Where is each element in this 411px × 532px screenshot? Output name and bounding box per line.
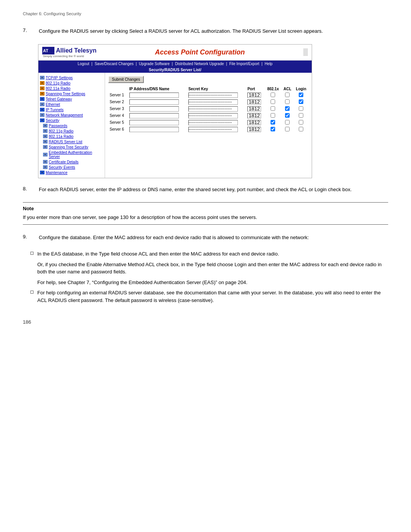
nav-upgrade[interactable]: Upgrade Software (139, 62, 170, 66)
server-ip-cell-2[interactable] (128, 99, 187, 105)
server-login-cell-1[interactable] (293, 92, 309, 99)
sidebar-link-sec-80211a[interactable]: 802.11a Radio (49, 134, 73, 139)
server-secret-cell-5[interactable] (187, 119, 246, 126)
server-acl-cell-1[interactable] (281, 92, 293, 99)
sidebar-link-eas[interactable]: Embedded Authentication Server (49, 150, 103, 159)
server-secret-cell-1[interactable] (187, 92, 246, 99)
server-port-input-4[interactable] (247, 113, 261, 118)
sidebar-link-netmgmt[interactable]: Network Management (46, 113, 83, 117)
server-acl-checkbox-6[interactable] (285, 127, 290, 131)
server-port-cell-5[interactable] (246, 119, 265, 126)
server-acl-checkbox-4[interactable] (285, 113, 290, 118)
sidebar-item-iptunnels[interactable]: ▪ IP Tunnels (40, 107, 103, 112)
server-port-input-1[interactable] (247, 93, 261, 98)
sidebar-item-80211a[interactable]: ▪ 802.11a Radio (40, 86, 103, 91)
scrollbar[interactable] (303, 48, 308, 56)
server-login-checkbox-1[interactable] (299, 93, 303, 97)
sidebar-link-security-events[interactable]: Security Events (49, 165, 75, 169)
server-dot1x-checkbox-3[interactable] (271, 106, 275, 111)
sidebar-link-radius-server-list[interactable]: RADIUS Server List (49, 140, 82, 144)
server-port-cell-1[interactable] (246, 92, 265, 99)
nav-file[interactable]: File Import/Export (229, 62, 259, 66)
server-login-checkbox-4[interactable] (299, 113, 303, 118)
nav-dist-upgrade[interactable]: Distributed Network Upgrade (175, 62, 224, 66)
sidebar-item-ethernet[interactable]: ▪ Ethernet (40, 102, 103, 107)
server-secret-input-3[interactable] (188, 106, 238, 112)
sidebar-item-tcpip[interactable]: ▪ TCP/IP Settings (40, 75, 103, 80)
server-ip-input-2[interactable] (129, 99, 179, 105)
sidebar-item-80211g[interactable]: ▪ 802.11g Radio (40, 81, 103, 86)
server-secret-cell-6[interactable] (187, 126, 246, 133)
server-port-cell-4[interactable] (246, 112, 265, 119)
server-ip-cell-4[interactable] (128, 112, 187, 119)
server-login-cell-4[interactable] (293, 112, 309, 119)
server-secret-input-4[interactable] (188, 113, 238, 118)
sidebar-link-iptunnels[interactable]: IP Tunnels (46, 108, 64, 112)
sidebar-link-spanning-tree-settings[interactable]: Spanning Tree Settings (46, 92, 85, 96)
sidebar-item-spanning-tree-security[interactable]: ▪ Spanning Tree Security (43, 145, 103, 150)
sidebar-item-cert-details[interactable]: ▪ Certificate Details (43, 160, 103, 165)
nav-logout[interactable]: Logout (78, 62, 89, 66)
server-dot1x-cell-2[interactable] (265, 99, 281, 105)
sidebar-link-sec-80211g[interactable]: 802.11g Radio (49, 129, 73, 133)
server-login-checkbox-6[interactable] (299, 127, 303, 131)
server-dot1x-checkbox-1[interactable] (271, 93, 275, 97)
server-login-checkbox-2[interactable] (299, 99, 303, 104)
sidebar-link-maintenance[interactable]: Maintenance (46, 171, 67, 175)
sidebar-item-radius-server-list[interactable]: ▪ RADIUS Server List (43, 139, 103, 144)
server-acl-checkbox-5[interactable] (285, 120, 290, 125)
sidebar-item-eas[interactable]: ▪ Embedded Authentication Server (43, 150, 103, 159)
sidebar-link-cert-details[interactable]: Certificate Details (49, 160, 78, 164)
sidebar-link-ethernet[interactable]: Ethernet (46, 102, 60, 107)
sidebar-item-sec-80211a[interactable]: ▪ 802.11a Radio (43, 134, 103, 139)
server-ip-cell-5[interactable] (128, 119, 187, 126)
server-acl-checkbox-1[interactable] (285, 93, 290, 97)
server-dot1x-cell-4[interactable] (265, 112, 281, 119)
sidebar-link-telnet[interactable]: Telnet Gateway (46, 97, 72, 101)
sidebar-item-telnet[interactable]: ▪ Telnet Gateway (40, 97, 103, 102)
sidebar-item-sec-80211g[interactable]: ▪ 802.11g Radio (43, 129, 103, 134)
server-dot1x-cell-6[interactable] (265, 126, 281, 133)
server-login-cell-2[interactable] (293, 99, 309, 105)
server-port-cell-6[interactable] (246, 126, 265, 133)
server-ip-cell-6[interactable] (128, 126, 187, 133)
sidebar-link-tcpip[interactable]: TCP/IP Settings (46, 76, 73, 80)
server-dot1x-cell-5[interactable] (265, 119, 281, 126)
server-dot1x-checkbox-6[interactable] (271, 127, 275, 131)
server-secret-cell-4[interactable] (187, 112, 246, 119)
server-login-cell-5[interactable] (293, 119, 309, 126)
sidebar-link-security[interactable]: Security (46, 118, 59, 123)
sidebar-link-passwords[interactable]: Passwords (49, 124, 67, 128)
server-secret-input-1[interactable] (188, 93, 238, 98)
server-port-cell-3[interactable] (246, 105, 265, 112)
server-secret-input-2[interactable] (188, 99, 238, 105)
server-port-input-6[interactable] (247, 127, 261, 132)
server-dot1x-checkbox-5[interactable] (271, 120, 275, 125)
sidebar-item-security[interactable]: ▪ Security (40, 118, 103, 123)
server-ip-input-3[interactable] (129, 106, 179, 112)
server-acl-cell-6[interactable] (281, 126, 293, 133)
sidebar-link-80211a[interactable]: 802.11a Radio (46, 86, 70, 91)
sidebar-item-maintenance[interactable]: ▪ Maintenance (40, 170, 103, 175)
server-secret-cell-2[interactable] (187, 99, 246, 105)
nav-save[interactable]: Save/Discard Changes (95, 62, 134, 66)
server-acl-cell-3[interactable] (281, 105, 293, 112)
sidebar-link-spanning-tree-security[interactable]: Spanning Tree Security (49, 145, 88, 149)
server-login-cell-6[interactable] (293, 126, 309, 133)
server-login-checkbox-5[interactable] (299, 120, 303, 125)
server-acl-cell-2[interactable] (281, 99, 293, 105)
sidebar-item-security-events[interactable]: ▪ Security Events (43, 165, 103, 170)
server-ip-cell-1[interactable] (128, 92, 187, 99)
server-acl-cell-4[interactable] (281, 112, 293, 119)
sidebar-link-80211g[interactable]: 802.11g Radio (46, 81, 70, 85)
server-dot1x-checkbox-2[interactable] (271, 99, 275, 104)
server-ip-input-4[interactable] (129, 113, 179, 118)
server-secret-input-6[interactable] (188, 127, 238, 132)
server-ip-input-6[interactable] (129, 127, 179, 132)
server-login-cell-3[interactable] (293, 105, 309, 112)
sidebar-item-passwords[interactable]: ▪ Passwords (43, 123, 103, 128)
server-dot1x-checkbox-4[interactable] (271, 113, 275, 118)
server-acl-checkbox-2[interactable] (285, 99, 290, 104)
server-dot1x-cell-3[interactable] (265, 105, 281, 112)
server-port-input-2[interactable] (247, 99, 261, 105)
